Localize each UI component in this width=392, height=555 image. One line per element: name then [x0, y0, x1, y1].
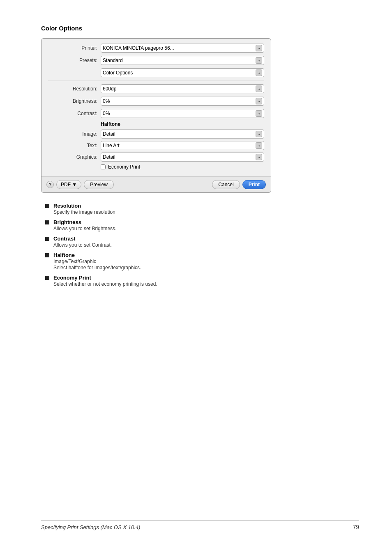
- text-stepper[interactable]: ⬧: [256, 142, 262, 149]
- graphics-row: Graphics: Detail ⬧: [48, 153, 264, 162]
- presets-label: Presets:: [48, 58, 97, 63]
- footer-page-number: 79: [353, 524, 359, 530]
- printer-value: KONICA MINOLTA pagepro 56...: [103, 45, 254, 51]
- image-value: Detail: [103, 131, 254, 137]
- printer-row: Printer: KONICA MINOLTA pagepro 56... ⬧: [48, 44, 264, 53]
- brightness-value: 0%: [103, 98, 254, 104]
- brightness-select[interactable]: 0% ⬧: [101, 97, 264, 106]
- bullet-icon: [45, 276, 49, 280]
- brightness-label: Brightness:: [48, 98, 97, 104]
- dialog-footer: ? PDF ▼ Preview Cancel Print: [42, 176, 271, 192]
- panel-value: Color Options: [103, 70, 254, 76]
- brightness-stepper[interactable]: ⬧: [256, 98, 262, 104]
- bullet-content-halftone: Halftone Image/Text/Graphic Select halft…: [53, 252, 141, 271]
- presets-row: Presets: Standard ⬧: [48, 56, 264, 65]
- bullet-desc: Select whether or not economy printing i…: [53, 281, 157, 287]
- graphics-select[interactable]: Detail ⬧: [101, 153, 264, 162]
- bullet-desc-line1: Image/Text/Graphic: [53, 259, 141, 264]
- divider-1: [48, 81, 264, 81]
- bullet-title: Halftone: [53, 252, 141, 258]
- panel-select[interactable]: Color Options ⬧: [101, 68, 264, 77]
- bullet-icon: [45, 220, 49, 224]
- resolution-row: Resolution: 600dpi ⬧: [48, 84, 264, 93]
- text-select[interactable]: Line Art ⬧: [101, 141, 264, 150]
- graphics-value: Detail: [103, 154, 254, 160]
- page-title: Color Options: [41, 25, 359, 32]
- resolution-value: 600dpi: [103, 86, 254, 92]
- graphics-stepper[interactable]: ⬧: [256, 154, 262, 160]
- bullet-icon: [45, 253, 49, 257]
- bullet-content-contrast: Contrast Allows you to set Contrast.: [53, 236, 112, 248]
- page-footer: Specifying Print Settings (Mac OS X 10.4…: [41, 520, 359, 530]
- bullet-icon: [45, 204, 49, 208]
- cancel-button[interactable]: Cancel: [212, 180, 240, 189]
- printer-select[interactable]: KONICA MINOLTA pagepro 56... ⬧: [101, 44, 264, 53]
- contrast-row: Contrast: 0% ⬧: [48, 109, 264, 118]
- bullet-title: Economy Print: [53, 275, 157, 281]
- footer-left-text: Specifying Print Settings (Mac OS X 10.4…: [41, 524, 140, 530]
- image-label: Image:: [61, 131, 97, 137]
- graphics-label: Graphics:: [61, 154, 97, 160]
- bullet-content-resolution: Resolution Specify the image resolution.: [53, 203, 117, 215]
- contrast-stepper[interactable]: ⬧: [256, 110, 262, 117]
- bullet-icon: [45, 237, 49, 241]
- list-item: Halftone Image/Text/Graphic Select halft…: [45, 252, 359, 271]
- list-item: Economy Print Select whether or not econ…: [45, 275, 359, 287]
- list-item: Brightness Allows you to set Brightness.: [45, 219, 359, 231]
- list-item: Contrast Allows you to set Contrast.: [45, 236, 359, 248]
- preview-button[interactable]: Preview: [84, 180, 114, 189]
- list-item: Resolution Specify the image resolution.: [45, 203, 359, 215]
- bullet-desc: Allows you to set Contrast.: [53, 242, 112, 248]
- halftone-label: Halftone: [101, 121, 264, 127]
- resolution-select[interactable]: 600dpi ⬧: [101, 84, 264, 93]
- presets-value: Standard: [103, 58, 254, 63]
- printer-label: Printer:: [48, 45, 97, 51]
- image-row: Image: Detail ⬧: [48, 130, 264, 139]
- bullet-content-economy: Economy Print Select whether or not econ…: [53, 275, 157, 287]
- contrast-label: Contrast:: [48, 111, 97, 116]
- presets-select[interactable]: Standard ⬧: [101, 56, 264, 65]
- resolution-stepper[interactable]: ⬧: [256, 86, 262, 92]
- contrast-value: 0%: [103, 111, 254, 116]
- print-dialog: Printer: KONICA MINOLTA pagepro 56... ⬧ …: [41, 38, 271, 193]
- bullet-desc: Allows you to set Brightness.: [53, 226, 116, 231]
- panel-stepper[interactable]: ⬧: [256, 69, 262, 76]
- image-stepper[interactable]: ⬧: [256, 131, 262, 137]
- pdf-button[interactable]: PDF ▼: [56, 180, 81, 189]
- bullet-title: Resolution: [53, 203, 117, 209]
- economy-checkbox[interactable]: [101, 164, 106, 169]
- text-row: Text: Line Art ⬧: [48, 141, 264, 150]
- help-button[interactable]: ?: [46, 181, 54, 188]
- resolution-label: Resolution:: [48, 86, 97, 92]
- brightness-row: Brightness: 0% ⬧: [48, 97, 264, 106]
- image-select[interactable]: Detail ⬧: [101, 130, 264, 139]
- bullet-desc: Specify the image resolution.: [53, 209, 117, 215]
- printer-stepper[interactable]: ⬧: [256, 45, 262, 51]
- bullet-list: Resolution Specify the image resolution.…: [45, 203, 359, 287]
- economy-row: Economy Print: [101, 164, 264, 170]
- bullet-title: Contrast: [53, 236, 112, 242]
- print-button[interactable]: Print: [242, 180, 266, 189]
- text-value: Line Art: [103, 143, 254, 148]
- economy-label: Economy Print: [108, 164, 140, 170]
- text-label: Text:: [61, 143, 97, 148]
- contrast-select[interactable]: 0% ⬧: [101, 109, 264, 118]
- footer-actions: Cancel Print: [212, 180, 266, 189]
- presets-stepper[interactable]: ⬧: [256, 57, 262, 64]
- bullet-content-brightness: Brightness Allows you to set Brightness.: [53, 219, 116, 231]
- panel-row: Color Options ⬧: [48, 68, 264, 77]
- bullet-title: Brightness: [53, 219, 116, 225]
- bullet-desc-line2: Select halftone for images/text/graphics…: [53, 265, 141, 271]
